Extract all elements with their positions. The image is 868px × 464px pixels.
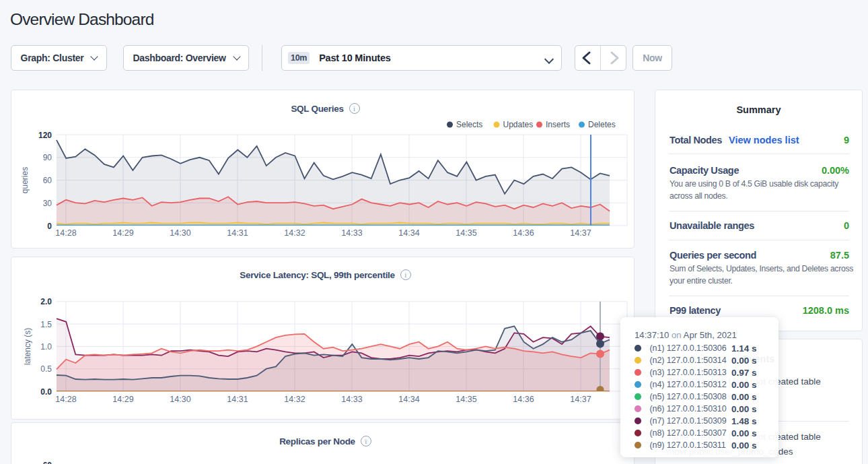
svg-text:120: 120 — [38, 131, 52, 140]
svg-text:14:36: 14:36 — [513, 395, 534, 404]
svg-text:14:37: 14:37 — [570, 395, 591, 404]
svg-text:14:34: 14:34 — [398, 395, 419, 404]
svg-text:14:32: 14:32 — [284, 395, 305, 404]
svg-text:60: 60 — [43, 176, 52, 185]
svg-text:14:30: 14:30 — [170, 395, 190, 404]
svg-text:Inserts: Inserts — [546, 120, 570, 129]
svg-text:14:28: 14:28 — [55, 228, 76, 238]
svg-text:1.5: 1.5 — [40, 320, 52, 329]
svg-text:14:29: 14:29 — [112, 228, 133, 238]
svg-text:14:31: 14:31 — [227, 228, 248, 238]
svg-text:14:29: 14:29 — [112, 395, 133, 404]
svg-text:queries: queries — [20, 167, 30, 193]
svg-text:14:35: 14:35 — [456, 228, 476, 238]
svg-text:14:35: 14:35 — [456, 395, 476, 404]
svg-text:1.0: 1.0 — [40, 342, 52, 352]
svg-text:14:33: 14:33 — [341, 228, 362, 238]
svg-text:Deletes: Deletes — [588, 120, 616, 129]
svg-text:60: 60 — [43, 461, 52, 464]
svg-text:14:36: 14:36 — [513, 228, 534, 238]
svg-text:90: 90 — [43, 153, 52, 162]
svg-text:0.5: 0.5 — [40, 364, 52, 374]
svg-text:14:32: 14:32 — [284, 228, 305, 238]
svg-text:14:37: 14:37 — [570, 228, 591, 238]
svg-text:14:34: 14:34 — [398, 228, 419, 238]
svg-text:30: 30 — [43, 199, 52, 208]
svg-text:14:31: 14:31 — [227, 395, 248, 404]
svg-text:0.0: 0.0 — [40, 387, 52, 397]
svg-text:14:28: 14:28 — [55, 395, 76, 404]
svg-text:Selects: Selects — [456, 120, 482, 129]
svg-text:Updates: Updates — [503, 120, 534, 129]
svg-text:2.0: 2.0 — [40, 297, 52, 306]
svg-text:0: 0 — [47, 222, 52, 231]
svg-text:14:30: 14:30 — [170, 228, 190, 238]
svg-text:latency (s): latency (s) — [23, 328, 32, 365]
svg-text:14:33: 14:33 — [341, 395, 362, 404]
